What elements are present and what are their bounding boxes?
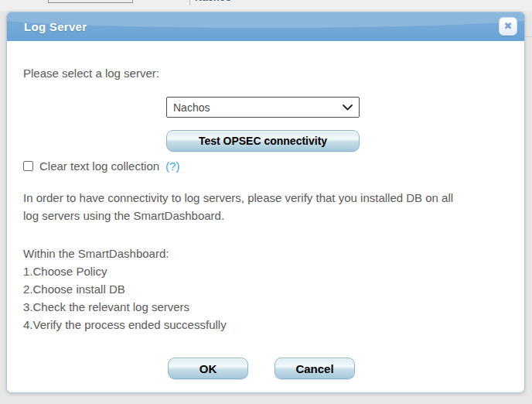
test-opsec-connectivity-button[interactable]: Test OPSEC connectivity [166, 130, 360, 152]
clear-text-log-checkbox[interactable] [23, 161, 33, 171]
cancel-button[interactable]: Cancel [275, 358, 355, 379]
clear-text-log-row: Clear text log collection (?) [23, 159, 179, 173]
instruction-step: 4.Verify the process ended successfully [23, 316, 227, 334]
ok-button[interactable]: OK [168, 358, 248, 379]
instruction-step: 1.Choose Policy [23, 262, 227, 280]
info-line: In order to have connectivity to log ser… [23, 189, 524, 207]
background-page-strip: Extensive Nachos [0, 0, 532, 11]
select-log-server-prompt: Please select a log server: [23, 67, 159, 80]
log-server-dialog: Log Server ✖ Please select a log server:… [6, 12, 525, 393]
clear-text-log-label: Clear text log collection [39, 159, 159, 173]
background-column-divider [189, 0, 190, 5]
instruction-step: 3.Check the relevant log servers [23, 298, 227, 316]
dialog-title: Log Server [24, 12, 87, 41]
instruction-step: 2.Choose install DB [23, 280, 227, 298]
instructions-heading: Within the SmartDashboard: [23, 245, 227, 262]
background-extensive-button: Extensive [48, 0, 133, 3]
background-nachos-label: Nachos [195, 0, 231, 4]
connectivity-info-paragraph: In order to have connectivity to log ser… [23, 189, 524, 224]
info-line: log servers using the SmartDashboard. [23, 207, 524, 224]
help-link[interactable]: (?) [165, 159, 179, 173]
close-icon[interactable]: ✖ [499, 17, 517, 36]
smartdashboard-instructions: Within the SmartDashboard: 1.Choose Poli… [23, 245, 227, 334]
log-server-select-wrap: Nachos [166, 97, 360, 118]
log-server-select[interactable]: Nachos [166, 97, 360, 118]
